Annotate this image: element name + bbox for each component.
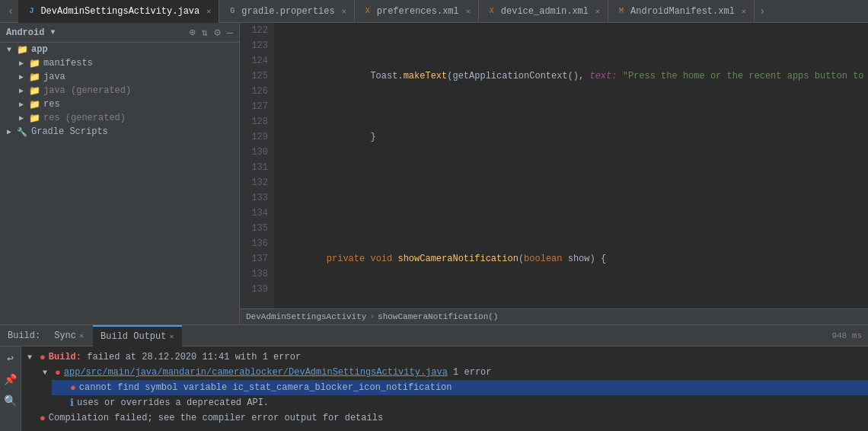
pin-icon[interactable]: 📌 bbox=[2, 371, 19, 388]
sync-icon[interactable]: ⇅ bbox=[202, 26, 208, 39]
deprecated-text: uses or overrides a deprecated API. bbox=[77, 397, 269, 408]
breadcrumb: DevAdminSettingsActivity › showCameraNot… bbox=[240, 308, 868, 324]
code-content: 122 123 124 125 126 127 128 129 130 131 … bbox=[240, 23, 868, 308]
tab-build-output[interactable]: Build Output ✕ bbox=[93, 325, 181, 346]
tab-label: DevAdminSettingsActivity.java bbox=[40, 6, 199, 17]
build-row-deprecated[interactable]: ℹ uses or overrides a deprecated API. bbox=[52, 395, 868, 410]
tab-label: preferences.xml bbox=[377, 6, 459, 17]
tab-deviceadmin[interactable]: X device_admin.xml ✕ bbox=[479, 0, 608, 23]
build-row-failed[interactable]: ▼ ● Build: failed at 28.12.2020 11:41 wi… bbox=[21, 350, 868, 365]
build-row-file[interactable]: ▼ ● app/src/main/java/mandarin/camerablo… bbox=[37, 365, 868, 380]
tab-preferences[interactable]: X preferences.xml ✕ bbox=[355, 0, 479, 23]
tab-label: gradle.properties bbox=[241, 6, 334, 17]
folder-icon: 📁 bbox=[27, 99, 41, 110]
expand-arrow: ▶ bbox=[15, 113, 27, 123]
expand-arrow: ▶ bbox=[15, 100, 27, 109]
expand-arrow: ▶ bbox=[15, 72, 27, 81]
tab-label: device_admin.xml bbox=[501, 6, 589, 17]
xml-file-icon: X bbox=[362, 6, 373, 17]
tab-scroll-right[interactable]: › bbox=[755, 5, 770, 18]
plus-icon[interactable]: ⊕ bbox=[189, 26, 195, 39]
error-icon4: ● bbox=[40, 413, 46, 424]
xml-file-icon2: X bbox=[487, 6, 497, 17]
chevron-down-icon[interactable]: ▼ bbox=[50, 28, 55, 37]
search-bottom-icon[interactable]: 🔍 bbox=[2, 392, 19, 409]
bottom-panel: Build: Sync ✕ Build Output ✕ 948 ms ↩ 📌 … bbox=[0, 324, 868, 431]
android-dropdown[interactable]: Android bbox=[6, 27, 44, 38]
minimize-icon[interactable]: — bbox=[227, 27, 233, 39]
code-text[interactable]: Toast.makeText(getApplicationContext(), … bbox=[274, 23, 868, 308]
tab-sync-label: Sync bbox=[54, 330, 76, 341]
tab-close[interactable]: ✕ bbox=[595, 7, 600, 16]
compile-error-text: Compilation failed; see the compiler err… bbox=[49, 413, 383, 423]
item-label: java bbox=[43, 72, 65, 82]
tab-build-output-label: Build Output bbox=[101, 331, 166, 342]
item-label: res bbox=[43, 99, 60, 110]
bottom-tab-bar: Build: Sync ✕ Build Output ✕ 948 ms bbox=[0, 325, 868, 346]
tab-devsettings[interactable]: J DevAdminSettingsActivity.java ✕ bbox=[18, 0, 219, 23]
java-file-icon: J bbox=[26, 6, 37, 17]
expand-arrow: ▶ bbox=[15, 59, 27, 68]
sidebar-item-java[interactable]: ▶ 📁 java bbox=[0, 70, 239, 84]
tab-scroll-left[interactable]: ‹ bbox=[3, 5, 18, 18]
code-line-122: Toast.makeText(getApplicationContext(), … bbox=[280, 69, 868, 84]
tab-sync[interactable]: Sync ✕ bbox=[46, 325, 91, 346]
folder-icon: 📁 bbox=[27, 72, 41, 82]
tab-manifest[interactable]: M AndroidManifest.xml ✕ bbox=[608, 0, 755, 23]
bottom-left-toolbar: ↩ 📌 🔍 bbox=[0, 346, 21, 431]
item-label: app bbox=[31, 44, 48, 55]
warn-icon: ℹ bbox=[70, 397, 74, 409]
tab-close[interactable]: ✕ bbox=[742, 7, 746, 16]
bottom-panel-inner: ↩ 📌 🔍 ▼ ● Build: failed at 28.12.2020 11… bbox=[0, 346, 868, 431]
tab-label: AndroidManifest.xml bbox=[630, 6, 735, 17]
breadcrumb-class[interactable]: DevAdminSettingsActivity bbox=[246, 312, 366, 321]
manifest-file-icon: M bbox=[616, 6, 627, 17]
expand-arrow: ▶ bbox=[15, 86, 27, 95]
folder-icon: 📁 bbox=[27, 113, 41, 123]
folder-icon: 📁 bbox=[15, 44, 29, 55]
sidebar-item-res[interactable]: ▶ 📁 res bbox=[0, 97, 239, 111]
expand-arrow: ▶ bbox=[3, 127, 15, 136]
code-line-123: } bbox=[280, 129, 868, 145]
back-icon[interactable]: ↩ bbox=[2, 350, 19, 366]
bottom-tab-build-label: Build: bbox=[3, 330, 45, 341]
main-area: Android ▼ ⊕ ⇅ ⚙ — ▼ 📁 app ▶ 📁 manifests … bbox=[0, 23, 868, 324]
code-editor[interactable]: 122 123 124 125 126 127 128 129 130 131 … bbox=[240, 23, 868, 324]
file-error-text: app/src/main/java/mandarin/camerablocker… bbox=[64, 367, 492, 378]
breadcrumb-method[interactable]: showCameraNotification() bbox=[378, 312, 498, 321]
breadcrumb-separator: › bbox=[369, 312, 375, 321]
sidebar-item-res-generated[interactable]: ▶ 📁 res (generated) bbox=[0, 111, 239, 125]
sidebar-item-manifests[interactable]: ▶ 📁 manifests bbox=[0, 56, 239, 70]
error-icon2: ● bbox=[55, 367, 61, 378]
gradle-icon: 🔧 bbox=[15, 126, 29, 137]
build-row-compile[interactable]: ● Compilation failed; see the compiler e… bbox=[21, 410, 868, 426]
sidebar-item-java-generated[interactable]: ▶ 📁 java (generated) bbox=[0, 84, 239, 97]
build-failed-text: Build: failed at 28.12.2020 11:41 with 1… bbox=[49, 352, 301, 362]
sidebar-item-gradle-scripts[interactable]: ▶ 🔧 Gradle Scripts bbox=[0, 125, 239, 139]
toggle-icon: ▼ bbox=[43, 369, 52, 377]
item-label: manifests bbox=[43, 58, 93, 69]
tab-close[interactable]: ✕ bbox=[206, 7, 211, 16]
item-label: res (generated) bbox=[43, 113, 126, 123]
sidebar-toolbar: Android ▼ ⊕ ⇅ ⚙ — bbox=[0, 23, 239, 43]
folder-icon: 📁 bbox=[27, 85, 41, 96]
tab-sync-close[interactable]: ✕ bbox=[79, 331, 84, 340]
build-output-content: ▼ ● Build: failed at 28.12.2020 11:41 wi… bbox=[21, 346, 868, 431]
code-line-125: private void showCameraNotification(bool… bbox=[280, 251, 868, 267]
project-sidebar: Android ▼ ⊕ ⇅ ⚙ — ▼ 📁 app ▶ 📁 manifests … bbox=[0, 23, 240, 324]
error-icon3: ● bbox=[70, 382, 76, 394]
build-row-symbol[interactable]: ● cannot find symbol variable ic_stat_ca… bbox=[52, 380, 868, 395]
symbol-error-text: cannot find symbol variable ic_stat_came… bbox=[79, 382, 452, 393]
item-label: java (generated) bbox=[43, 85, 131, 96]
tab-gradle[interactable]: G gradle.properties ✕ bbox=[219, 0, 354, 23]
tab-bar: ‹ J DevAdminSettingsActivity.java ✕ G gr… bbox=[0, 0, 868, 23]
tab-close[interactable]: ✕ bbox=[466, 7, 471, 16]
tab-build-output-close[interactable]: ✕ bbox=[169, 332, 174, 341]
expand-arrow: ▼ bbox=[3, 46, 15, 54]
build-size-info: 948 ms bbox=[831, 331, 868, 340]
item-label: Gradle Scripts bbox=[31, 126, 108, 137]
settings-icon[interactable]: ⚙ bbox=[214, 26, 220, 39]
tab-close[interactable]: ✕ bbox=[342, 7, 346, 16]
folder-icon: 📁 bbox=[27, 58, 41, 69]
sidebar-item-app[interactable]: ▼ 📁 app bbox=[0, 43, 239, 56]
